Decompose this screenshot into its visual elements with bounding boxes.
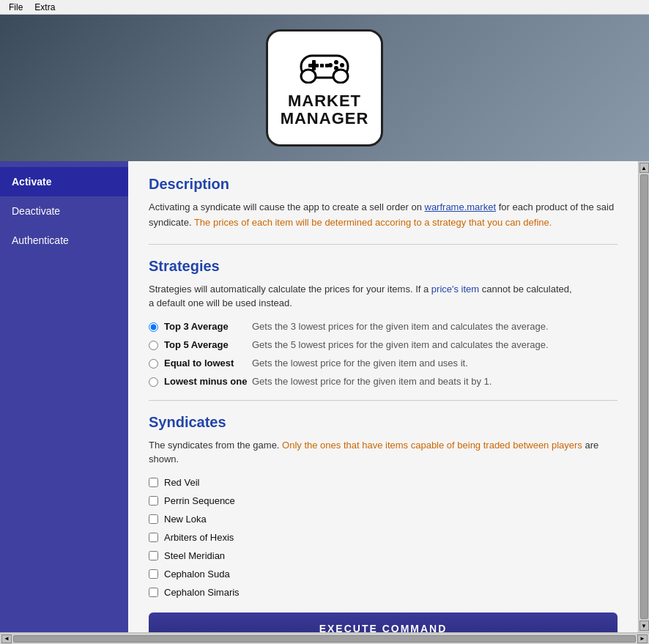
syndicate-item-steel: Steel Meridian: [149, 550, 618, 561]
strategy-radio-top5[interactable]: [149, 341, 158, 350]
sidebar-item-authenticate[interactable]: Authenticate: [0, 226, 128, 255]
strategy-item-top5: Top 5 Average Gets the 5 lowest prices f…: [149, 339, 618, 350]
scroll-thumb[interactable]: [640, 174, 648, 619]
syndicate-label-steel: Steel Meridian: [164, 550, 225, 561]
strategies-description: Strategies will automatically calculate …: [149, 282, 618, 311]
menu-file[interactable]: File: [3, 1, 29, 14]
syndicate-item-red-veil: Red Veil: [149, 477, 618, 488]
description-title: Description: [149, 176, 618, 193]
syndicate-label-perrin: Perrin Sequence: [164, 495, 235, 506]
menu-extra[interactable]: Extra: [29, 1, 61, 14]
logo-text: MARKETMANAGER: [281, 92, 369, 127]
svg-rect-4: [312, 60, 316, 70]
strategy-item-lowest-minus: Lowest minus one Gets the lowest price f…: [149, 376, 618, 387]
syndicate-item-arbiters: Arbiters of Hexis: [149, 532, 618, 543]
strategy-item-top3: Top 3 Average Gets the 3 lowest prices f…: [149, 321, 618, 332]
scroll-right-arrow[interactable]: ►: [637, 634, 648, 643]
strategy-desc-lowest: Gets the lowest price for the given item…: [252, 358, 468, 369]
strat-desc-1: Strategies will automatically calculate …: [149, 284, 431, 295]
svg-rect-9: [320, 64, 324, 67]
syn-desc-orange: Only the ones that have items capable of…: [282, 440, 582, 451]
svg-point-7: [334, 66, 338, 70]
svg-rect-10: [325, 64, 329, 67]
svg-point-6: [340, 63, 344, 67]
strategy-radio-lowest[interactable]: [149, 359, 158, 369]
syndicate-item-cephalon-simaris: Cephalon Simaris: [149, 587, 618, 598]
syndicate-checkbox-arbiters[interactable]: [149, 533, 158, 542]
strategy-desc-top3: Gets the 3 lowest prices for the given i…: [252, 321, 549, 332]
strategy-desc-lowest-minus: Gets the lowest price for the given item…: [252, 376, 492, 387]
syndicate-checkbox-perrin[interactable]: [149, 496, 158, 506]
strategies-title: Strategies: [149, 258, 618, 275]
syndicate-label-red-veil: Red Veil: [164, 477, 199, 488]
sidebar-item-activate[interactable]: Activate: [0, 167, 128, 196]
svg-point-2: [333, 70, 348, 83]
desc-text-1: Activating a syndicate will cause the ap…: [149, 201, 425, 212]
syndicate-label-arbiters: Arbiters of Hexis: [164, 532, 234, 543]
syndicates-description: The syndicates from the game. Only the o…: [149, 438, 618, 467]
outer-wrapper: Activate Deactivate Authenticate Descrip…: [0, 161, 649, 644]
description-text: Activating a syndicate will cause the ap…: [149, 200, 618, 231]
strategy-radio-lowest-minus[interactable]: [149, 377, 158, 387]
scroll-h-thumb[interactable]: [13, 635, 636, 643]
syndicate-item-cephalon-suda: Cephalon Suda: [149, 569, 618, 580]
syndicate-item-new-loka: New Loka: [149, 514, 618, 525]
syndicate-list: Red Veil Perrin Sequence New Loka Arbite…: [149, 477, 618, 598]
divider-2: [149, 400, 618, 401]
sidebar: Activate Deactivate Authenticate: [0, 161, 128, 632]
strategy-label-top5: Top 5 Average: [164, 339, 252, 350]
strategy-item-lowest: Equal to lowest Gets the lowest price fo…: [149, 358, 618, 369]
scrollbar: ▲ ▼: [638, 161, 649, 632]
strategy-label-lowest-minus: Lowest minus one: [164, 376, 252, 387]
syndicate-item-perrin: Perrin Sequence: [149, 495, 618, 506]
syndicate-checkbox-cephalon-suda[interactable]: [149, 569, 158, 579]
syndicate-label-cephalon-simaris: Cephalon Simaris: [164, 587, 240, 598]
syndicate-label-new-loka: New Loka: [164, 514, 207, 525]
content-area: Description Activating a syndicate will …: [128, 161, 638, 632]
syndicate-checkbox-steel[interactable]: [149, 551, 158, 560]
strategy-label-top3: Top 3 Average: [164, 321, 252, 332]
inner-wrapper: Activate Deactivate Authenticate Descrip…: [0, 161, 649, 632]
controller-icon: [295, 48, 354, 89]
syndicates-title: Syndicates: [149, 414, 618, 431]
syndicate-checkbox-red-veil[interactable]: [149, 478, 158, 487]
execute-btn-wrap: EXECUTE COMMAND: [149, 612, 618, 632]
desc-text-orange: The prices of each item will be determin…: [194, 217, 552, 228]
scroll-left-arrow[interactable]: ◄: [1, 634, 12, 643]
scroll-down-arrow[interactable]: ▼: [639, 621, 649, 631]
logo-box: MARKETMANAGER: [266, 29, 383, 147]
svg-point-5: [334, 60, 338, 64]
bottom-scrollbar: ◄ ►: [0, 632, 649, 644]
sidebar-item-deactivate[interactable]: Deactivate: [0, 196, 128, 226]
svg-point-1: [301, 70, 316, 83]
strategy-radio-top3[interactable]: [149, 322, 158, 332]
header-banner: MARKETMANAGER: [0, 15, 649, 161]
execute-button[interactable]: EXECUTE COMMAND: [149, 612, 618, 632]
syndicate-label-cephalon-suda: Cephalon Suda: [164, 569, 230, 580]
menubar: File Extra: [0, 0, 649, 15]
strategy-list: Top 3 Average Gets the 3 lowest prices f…: [149, 321, 618, 387]
syndicate-checkbox-cephalon-simaris[interactable]: [149, 588, 158, 597]
syn-desc-1: The syndicates from the game.: [149, 440, 282, 451]
desc-link: warframe.market: [425, 201, 497, 212]
strategy-desc-top5: Gets the 5 lowest prices for the given i…: [252, 339, 549, 350]
scroll-up-arrow[interactable]: ▲: [639, 163, 649, 173]
syndicate-checkbox-new-loka[interactable]: [149, 514, 158, 524]
divider-1: [149, 244, 618, 245]
strat-desc-blue: price's item: [431, 284, 479, 295]
strategy-label-lowest: Equal to lowest: [164, 358, 252, 369]
